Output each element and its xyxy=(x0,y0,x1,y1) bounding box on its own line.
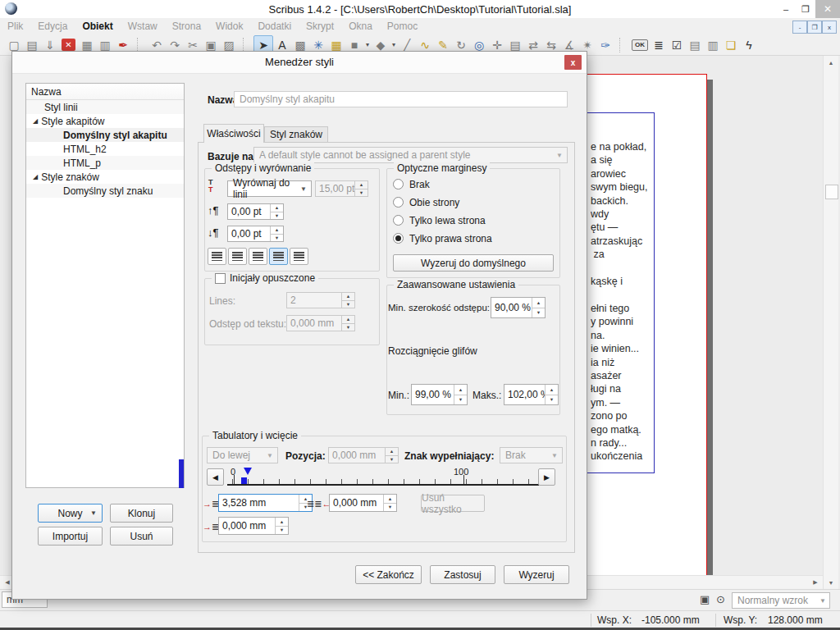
tab-ruler[interactable]: 0 100 xyxy=(227,467,539,486)
spin-down-icon[interactable]: ▼ xyxy=(546,395,558,405)
glyph-max-label: Maks.: xyxy=(472,390,501,401)
scroll-right-icon[interactable]: ▶ xyxy=(808,576,823,589)
glyph-max-spinner[interactable]: 102,00 % ▲▼ xyxy=(504,384,559,405)
optical-left-label[interactable]: Tylko lewa strona xyxy=(409,215,486,226)
pdf-checkbox-icon[interactable]: ☑ xyxy=(668,36,686,54)
pdf-link-icon[interactable]: ϟ xyxy=(740,36,758,54)
dialog-close-icon[interactable]: x xyxy=(564,55,582,70)
tree-expanded-icon[interactable]: ◢ xyxy=(33,117,38,125)
apply-button[interactable]: Zastosuj xyxy=(430,565,495,584)
coord-x-value: -105.000 mm xyxy=(641,614,700,626)
align-left-button[interactable] xyxy=(208,248,226,265)
ruler-scroll-right-button[interactable]: ▶ xyxy=(538,468,555,486)
preview-eye-icon[interactable]: ⊙ xyxy=(716,593,725,605)
new-button[interactable]: Nowy▼ xyxy=(38,504,103,523)
menu-obiekt: Obiekt xyxy=(75,21,120,32)
spin-down-icon[interactable]: ▼ xyxy=(276,527,288,535)
vertical-scroll-thumb[interactable] xyxy=(825,185,838,199)
spin-down-icon[interactable]: ▼ xyxy=(454,395,467,405)
pdf-push-button-icon[interactable]: OK xyxy=(632,39,648,51)
optical-margins-title: Optyczne marginesy xyxy=(394,162,490,174)
space-above-spinner[interactable]: 0,00 pt ▲▼ xyxy=(227,203,284,220)
align-justify-button[interactable] xyxy=(269,248,288,265)
display-settings-icon[interactable]: ▣ xyxy=(700,593,710,605)
tab-styl-znakow[interactable]: Styl znaków xyxy=(264,126,328,143)
space-above-icon: ↑¶ xyxy=(208,204,218,217)
tree-item-styl-linii[interactable]: Styl linii xyxy=(26,100,184,114)
tree-expanded-icon[interactable]: ◢ xyxy=(33,173,38,180)
menu-skrypt: Skrypt xyxy=(299,21,341,32)
ruler-scroll-left-button[interactable]: ◀ xyxy=(207,468,224,486)
spin-down-icon: ▼ xyxy=(386,456,398,463)
first-line-indent-spinner[interactable]: 3,528 mm ▲▼ xyxy=(218,494,313,512)
optical-both-radio[interactable] xyxy=(393,197,404,208)
align-right-button[interactable] xyxy=(249,248,267,265)
tab-stop-marker[interactable] xyxy=(244,468,252,475)
spin-down-icon[interactable]: ▼ xyxy=(271,212,283,220)
spin-down-icon[interactable]: ▼ xyxy=(384,504,396,512)
optical-none-label[interactable]: Brak xyxy=(409,179,430,190)
tree-item-style-akapitow[interactable]: ◢Style akapitów xyxy=(26,114,184,128)
tree-item-domyslny-styl-znaku[interactable]: Domyślny styl znaku xyxy=(26,184,184,198)
tree-item-domyslny-styl-akapitu[interactable]: Domyślny styl akapitu xyxy=(26,128,184,142)
align-center-button[interactable] xyxy=(228,248,247,265)
scroll-down-icon[interactable]: ▼ xyxy=(824,576,838,589)
tree-item-html-h2[interactable]: HTML_h2 xyxy=(26,142,184,156)
mdi-restore-icon[interactable]: ❐ xyxy=(807,21,822,34)
optical-right-radio[interactable] xyxy=(393,233,404,244)
mdi-close-icon[interactable]: x xyxy=(822,21,837,34)
spin-up-icon: ▲ xyxy=(342,293,354,301)
vertical-scrollbar[interactable]: ▲ ▼ xyxy=(823,56,838,589)
spin-up-icon[interactable]: ▲ xyxy=(271,226,283,235)
right-indent-spinner[interactable]: 0,000 mm ▲▼ xyxy=(329,494,397,512)
clone-button[interactable]: Klonuj xyxy=(110,504,173,523)
minimize-icon[interactable]: – xyxy=(776,0,796,18)
tab-position-label: Pozycja: xyxy=(285,450,326,462)
min-space-width-spinner[interactable]: 90,00 % ▲▼ xyxy=(491,297,546,318)
spin-down-icon[interactable]: ▼ xyxy=(532,308,545,318)
align-force-justify-button[interactable] xyxy=(290,248,308,265)
spin-up-icon[interactable]: ▲ xyxy=(546,385,558,395)
spin-up-icon[interactable]: ▲ xyxy=(276,518,288,527)
pdf-text-field-icon[interactable]: ≣ xyxy=(650,36,668,54)
ruler-major-tick xyxy=(234,475,235,484)
window-title: Scribus 1.4.2 - [C:\Users\RobertCh\Deskt… xyxy=(0,3,840,16)
restore-icon[interactable]: ❐ xyxy=(796,0,815,18)
dropcaps-checkbox[interactable] xyxy=(215,273,226,284)
tree-item-style-znakow[interactable]: ◢Style znaków xyxy=(26,170,184,184)
spin-up-icon[interactable]: ▲ xyxy=(384,495,396,504)
left-indent-spinner[interactable]: 0,000 mm ▲▼ xyxy=(218,517,289,535)
optical-right-label[interactable]: Tylko prawa strona xyxy=(409,233,492,244)
reset-button[interactable]: Wyzeruj xyxy=(504,565,569,584)
optical-none-radio[interactable] xyxy=(393,179,404,189)
scroll-up-icon[interactable]: ▲ xyxy=(824,56,838,69)
pdf-combo-box-icon[interactable]: ▤ xyxy=(686,36,704,54)
pdf-annotation-icon[interactable]: ❏ xyxy=(722,36,740,54)
reset-to-default-button[interactable]: Wyzeruj do domyślnego xyxy=(393,254,554,272)
spin-up-icon[interactable]: ▲ xyxy=(271,204,283,212)
left-indent-icon: →≣ xyxy=(203,522,219,532)
tab-wlasciwosci[interactable]: Właściwości xyxy=(203,124,264,143)
optical-both-label[interactable]: Obie strony xyxy=(409,197,459,208)
optical-left-radio[interactable] xyxy=(393,215,404,226)
delete-button[interactable]: Usuń xyxy=(110,527,173,546)
pdf-list-box-icon[interactable]: ▥ xyxy=(704,36,722,54)
spin-up-icon[interactable]: ▲ xyxy=(532,298,545,308)
close-icon[interactable]: ✕ xyxy=(815,0,840,18)
glyph-min-spinner[interactable]: 99,00 % ▲▼ xyxy=(411,384,468,405)
import-button[interactable]: Importuj xyxy=(38,527,103,546)
close-document-icon[interactable]: ✕ xyxy=(62,39,75,51)
line-spacing-mode-select[interactable]: Wyrównaj do linii▼ xyxy=(227,180,312,197)
tree-header: Nazwa xyxy=(26,84,184,100)
eyedropper-icon[interactable]: ✑ xyxy=(596,36,614,54)
tree-item-html-p[interactable]: HTML_p xyxy=(26,156,184,170)
mdi-minimize-icon[interactable]: - xyxy=(792,21,807,34)
done-button[interactable]: << Zakończ xyxy=(355,565,422,584)
statusbar-separator xyxy=(591,614,591,627)
spin-up-icon[interactable]: ▲ xyxy=(454,385,467,395)
space-below-spinner[interactable]: 0,00 pt ▲▼ xyxy=(227,226,284,242)
statusbar-separator xyxy=(715,614,716,627)
dialog-title: Menedżer styli xyxy=(12,56,587,68)
spin-down-icon[interactable]: ▼ xyxy=(271,235,283,242)
name-field: Domyślny styl akapitu xyxy=(234,91,568,107)
